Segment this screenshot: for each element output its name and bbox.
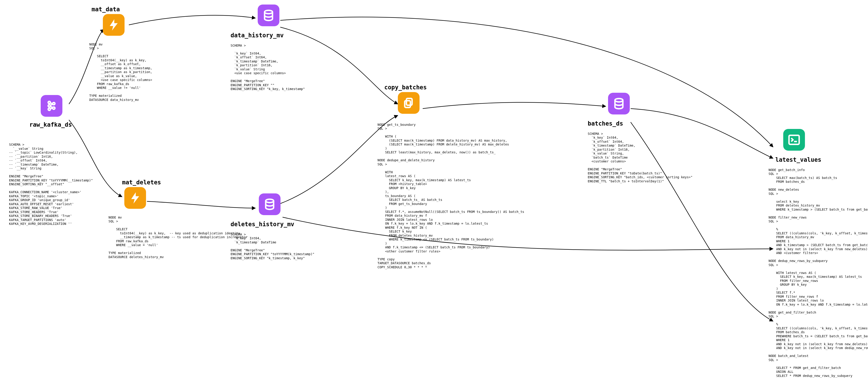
details-deletes-history-mv: SCHEMA > `k_key` Int64, `k_timestamp` Da… bbox=[230, 233, 366, 260]
node-batches-ds bbox=[606, 93, 764, 114]
svg-point-6 bbox=[266, 199, 274, 203]
copy-icon bbox=[398, 92, 420, 114]
svg-point-5 bbox=[265, 10, 273, 14]
svg-point-0 bbox=[48, 101, 51, 104]
svg-rect-10 bbox=[789, 135, 799, 144]
title-latest-values: latest_values bbox=[775, 156, 868, 164]
title-copy-batches: copy_batches bbox=[384, 84, 561, 91]
details-mat-data: NODE mv SQL > SELECT toInt64(__key) as k… bbox=[89, 42, 225, 102]
terminal-icon bbox=[783, 129, 805, 151]
details-batches-ds: SCHEMA > `k_key` Int64, `k_offset` Int64… bbox=[588, 132, 746, 183]
title-mat-data: mat_data bbox=[92, 6, 225, 13]
svg-point-2 bbox=[48, 108, 51, 110]
title-raw-kafka-ds: raw_kafka_ds bbox=[29, 121, 147, 128]
title-batches-ds: batches_ds bbox=[588, 120, 746, 127]
node-deletes-history-mv bbox=[256, 194, 392, 215]
title-mat-deletes: mat_deletes bbox=[122, 179, 269, 186]
bolt-icon bbox=[124, 187, 146, 209]
database-icon bbox=[259, 194, 281, 215]
node-batches-ds-body: batches_ds SCHEMA > `k_key` Int64, `k_of… bbox=[588, 120, 746, 183]
node-latest-values-body: latest_values NODE get_batch_info SQL > … bbox=[775, 156, 868, 378]
svg-point-9 bbox=[615, 98, 623, 102]
node-raw-kafka-ds-body: raw_kafka_ds bbox=[29, 121, 147, 139]
details-copy-batches: NODE get_ts_boundary SQL > WITH ( (SELEC… bbox=[377, 123, 561, 269]
bolt-icon bbox=[103, 14, 125, 36]
details-data-history-mv: SCHEMA > `k_key` Int64, `k_offset` Int64… bbox=[230, 43, 366, 91]
details-latest-values: NODE get_batch_info SQL > SELECT max(bat… bbox=[769, 168, 868, 378]
node-raw-kafka-ds bbox=[41, 95, 62, 117]
svg-rect-8 bbox=[405, 101, 410, 108]
database-icon bbox=[258, 4, 279, 26]
node-data-history-mv bbox=[255, 4, 391, 26]
node-deletes-history-mv-body: deletes_history_mv SCHEMA > `k_key` Int6… bbox=[230, 221, 366, 260]
svg-rect-7 bbox=[406, 98, 412, 105]
node-copy-batches: copy_batches NODE get_ts_boundary SQL > … bbox=[380, 84, 561, 269]
node-latest-values bbox=[776, 129, 868, 151]
title-data-history-mv: data_history_mv bbox=[230, 32, 366, 39]
node-mat-data: mat_data NODE mv SQL > SELECT toInt64(__… bbox=[89, 6, 225, 102]
kafka-icon bbox=[41, 95, 62, 117]
database-icon bbox=[608, 93, 630, 114]
title-deletes-history-mv: deletes_history_mv bbox=[230, 221, 366, 228]
node-data-history-mv-body: data_history_mv SCHEMA > `k_key` Int64, … bbox=[230, 32, 366, 91]
